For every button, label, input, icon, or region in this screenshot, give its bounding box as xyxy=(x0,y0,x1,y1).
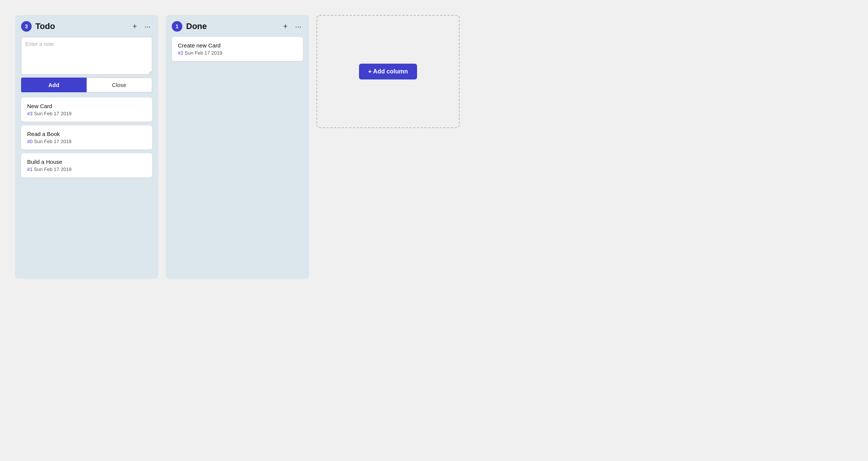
column-header-done: 1 Done + ··· xyxy=(172,21,303,32)
column-title-done: Done xyxy=(186,21,207,31)
card-meta: #2 Sun Feb 17 2019 xyxy=(178,50,297,56)
more-options-button-todo[interactable]: ··· xyxy=(143,22,152,31)
card-meta: #0 Sun Feb 17 2019 xyxy=(27,139,146,144)
card-new-card[interactable]: New Card #3 Sun Feb 17 2019 xyxy=(21,98,152,122)
column-header-left-done: 1 Done xyxy=(172,21,207,32)
card-id: #0 xyxy=(27,139,32,144)
add-note-form: Add Close xyxy=(21,37,152,92)
card-title: Create new Card xyxy=(178,42,297,49)
column-header-todo: 3 Todo + ··· xyxy=(21,21,152,32)
add-button[interactable]: Add xyxy=(21,78,87,92)
card-meta: #1 Sun Feb 17 2019 xyxy=(27,166,146,172)
more-options-button-done[interactable]: ··· xyxy=(293,22,303,31)
card-read-book[interactable]: Read a Book #0 Sun Feb 17 2019 xyxy=(21,125,152,150)
column-title-todo: Todo xyxy=(35,21,55,31)
column-done: 1 Done + ··· Create new Card #2 Sun Feb … xyxy=(166,15,309,279)
card-date-val: Sun Feb 17 2019 xyxy=(34,111,72,116)
board: 3 Todo + ··· Add Close New Card #3 Sun F… xyxy=(8,8,860,286)
card-date-val: Sun Feb 17 2019 xyxy=(34,166,72,172)
card-id: #1 xyxy=(27,166,32,172)
card-title: New Card xyxy=(27,103,146,109)
column-header-actions-done: + ··· xyxy=(282,22,303,31)
card-title: Read a Book xyxy=(27,131,146,137)
card-id: #3 xyxy=(27,111,32,116)
card-meta: #3 Sun Feb 17 2019 xyxy=(27,111,146,116)
card-create-new-card[interactable]: Create new Card #2 Sun Feb 17 2019 xyxy=(172,37,303,61)
add-column-button[interactable]: + Add column xyxy=(359,64,417,79)
card-date-val: Sun Feb 17 2019 xyxy=(34,139,72,144)
card-id: #2 xyxy=(178,50,183,56)
column-header-actions-todo: + ··· xyxy=(131,22,152,31)
column-header-left-todo: 3 Todo xyxy=(21,21,55,32)
column-badge-done: 1 xyxy=(172,21,182,32)
note-textarea[interactable] xyxy=(21,37,152,75)
column-badge-todo: 3 xyxy=(21,21,32,32)
card-build-house[interactable]: Build a House #1 Sun Feb 17 2019 xyxy=(21,153,152,177)
column-todo: 3 Todo + ··· Add Close New Card #3 Sun F… xyxy=(15,15,158,279)
add-card-button-done[interactable]: + xyxy=(282,22,289,31)
card-title: Build a House xyxy=(27,159,146,165)
add-column-area: + Add column xyxy=(316,15,460,128)
card-date-val: Sun Feb 17 2019 xyxy=(185,50,222,56)
add-card-button-todo[interactable]: + xyxy=(131,22,139,31)
form-actions: Add Close xyxy=(21,78,152,92)
close-button[interactable]: Close xyxy=(87,78,153,92)
